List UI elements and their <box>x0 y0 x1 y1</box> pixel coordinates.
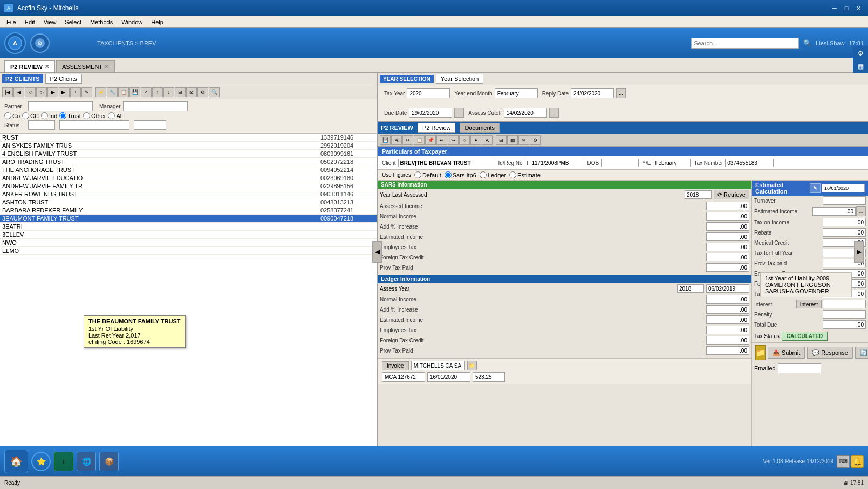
p2-tool-print[interactable]: 🖨 <box>391 135 402 145</box>
ledger-add-pct-input[interactable] <box>706 305 749 314</box>
radio-co[interactable]: Co <box>4 112 20 119</box>
star-button[interactable]: ⭐ <box>31 452 51 471</box>
emailed-input[interactable] <box>778 363 821 373</box>
tool7[interactable]: ↓ <box>163 87 174 97</box>
invoice-company-input[interactable] <box>411 361 465 370</box>
collapse-right-arrow[interactable]: ▶ <box>854 241 864 263</box>
submit-button[interactable]: 📤 Submit <box>768 347 805 359</box>
nav-back[interactable]: ◀ <box>13 87 24 97</box>
sars-emp-tax-input[interactable] <box>706 243 749 251</box>
client-input[interactable] <box>398 159 495 167</box>
ledger-est-income-input[interactable] <box>706 315 749 324</box>
invoice-date-input[interactable] <box>427 372 470 382</box>
nav-forward-far[interactable]: ▶| <box>59 87 70 97</box>
tool1[interactable]: ⚡ <box>95 87 106 97</box>
ye-input[interactable] <box>653 159 691 167</box>
p2-tool-email[interactable]: ✉ <box>518 135 529 145</box>
table-row[interactable]: ANDREW JARVIE FAMILY TR 0229895156 <box>0 182 377 190</box>
table-row[interactable]: NWO <box>0 239 377 247</box>
edit-btn[interactable]: ✎ <box>81 87 92 97</box>
p2-tool-save[interactable]: 💾 <box>380 135 391 145</box>
tab-p2-review[interactable]: P2 REVIEW ✕ <box>4 60 55 72</box>
package-icon[interactable]: 📦 <box>99 452 119 471</box>
radio-other[interactable]: Other <box>83 112 106 119</box>
interest-input[interactable] <box>823 300 866 308</box>
partner-input[interactable] <box>28 101 93 111</box>
due-date-btn[interactable]: ... <box>454 108 464 118</box>
year-assessed-input[interactable] <box>685 190 712 199</box>
dob-input[interactable] <box>601 159 639 167</box>
sars-add-pct-input[interactable] <box>706 222 749 231</box>
tax-income-input[interactable] <box>823 218 866 226</box>
ledger-emp-tax-input[interactable] <box>706 326 749 334</box>
invoice-amount-input[interactable] <box>473 372 505 382</box>
add-icon[interactable]: + <box>54 452 73 471</box>
est-income-input[interactable] <box>812 207 856 216</box>
menu-view[interactable]: View <box>39 18 61 26</box>
sars-est-income-input[interactable] <box>706 232 749 241</box>
table-row-selected[interactable]: 3EAUMONT FAMILY TRUST 0090047218 <box>0 215 377 223</box>
table-row[interactable]: BARBARA REDEKER FAMILY 0258377241 <box>0 206 377 215</box>
tool5[interactable]: ✓ <box>141 87 152 97</box>
radio-ind[interactable]: Ind <box>41 112 57 119</box>
p2-tool-scissors[interactable]: ✂ <box>402 135 413 145</box>
menu-file[interactable]: File <box>2 18 20 26</box>
search-icon[interactable]: 🔍 <box>803 39 811 47</box>
manager-input[interactable] <box>123 101 188 111</box>
menu-window[interactable]: Window <box>117 18 147 26</box>
minimize-button[interactable]: ─ <box>829 3 840 13</box>
table-row[interactable]: AN SYKES FAMILY TRUS 2992019204 <box>0 142 377 150</box>
tab-close-assessment[interactable]: ✕ <box>105 64 109 70</box>
table-row[interactable]: 4 ENGLISH FAMILY TRUST 0809099161 <box>0 150 377 158</box>
p2-review-tab[interactable]: P2 Review <box>418 123 456 133</box>
assess-cutoff-btn[interactable]: ... <box>549 108 559 118</box>
menu-help[interactable]: Help <box>147 18 168 26</box>
tax-number-input[interactable] <box>725 159 774 167</box>
search-input[interactable] <box>691 38 799 49</box>
tool6[interactable]: ↑ <box>152 87 163 97</box>
figures-default-radio[interactable] <box>414 171 421 178</box>
globe-icon[interactable]: 🌐 <box>77 452 96 471</box>
upd-status-button[interactable]: 🔄 Upd Status <box>855 347 868 359</box>
close-button[interactable]: ✕ <box>853 3 864 13</box>
reply-date-btn[interactable]: ... <box>616 88 626 98</box>
p2-tool-nav2[interactable]: ▦ <box>507 135 518 145</box>
ledger-foreign-tax-input[interactable] <box>706 336 749 345</box>
table-row[interactable]: ARO TRADING TRUST 0502072218 <box>0 158 377 166</box>
invoice-num-input[interactable] <box>382 372 425 382</box>
tool9[interactable]: ⊠ <box>186 87 197 97</box>
figures-estimate[interactable]: Estimate <box>509 171 541 178</box>
year-selection-tab[interactable]: Year Selection <box>436 74 484 84</box>
sars-foreign-tax-input[interactable] <box>706 253 749 261</box>
radio-trust[interactable]: Trust <box>59 112 81 119</box>
ledger-assess-year-input[interactable] <box>677 284 704 293</box>
table-row[interactable]: ANKER ROWLINDS TRUST 0903011146 <box>0 190 377 198</box>
year-end-month-input[interactable] <box>495 88 538 98</box>
menu-methods[interactable]: Methods <box>86 18 117 26</box>
notification-bell[interactable]: 🔔 <box>851 455 864 468</box>
p2-tool-undo[interactable]: ↩ <box>436 135 447 145</box>
sars-normal-income-input[interactable] <box>706 212 749 221</box>
p2-tool-a[interactable]: A <box>482 135 493 145</box>
tool3[interactable]: 📋 <box>118 87 129 97</box>
radio-cc-input[interactable] <box>22 112 29 119</box>
invoice-button[interactable]: Invoice <box>382 361 409 370</box>
p2-tool-copy[interactable]: 📋 <box>414 135 425 145</box>
radio-cc[interactable]: CC <box>22 112 39 119</box>
nav-back-far[interactable]: |◀ <box>2 87 13 97</box>
ledger-prov-tax-input[interactable] <box>706 346 749 355</box>
nav-forward-step[interactable]: ▷ <box>36 87 47 97</box>
est-calc-pencil[interactable]: ✎ <box>810 183 821 193</box>
radio-co-input[interactable] <box>4 112 11 119</box>
due-date-input[interactable] <box>409 108 452 118</box>
figures-sars-radio[interactable] <box>445 171 452 178</box>
extra-icon[interactable]: ▦ <box>854 60 867 73</box>
tool8[interactable]: ⊞ <box>175 87 186 97</box>
radio-other-input[interactable] <box>83 112 90 119</box>
nav-back-step[interactable]: ◁ <box>25 87 36 97</box>
invoice-folder-icon[interactable]: 📁 <box>467 361 477 370</box>
figures-estimate-radio[interactable] <box>509 171 516 178</box>
figures-ledger-radio[interactable] <box>480 171 487 178</box>
interest-button[interactable]: Interest <box>796 300 822 308</box>
nav-forward[interactable]: ▶ <box>47 87 58 97</box>
